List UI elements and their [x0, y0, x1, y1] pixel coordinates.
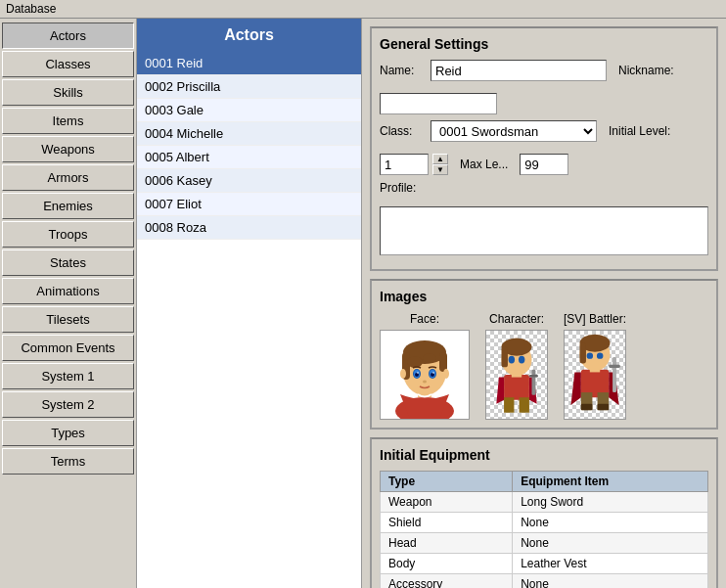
svg-rect-41 — [580, 343, 586, 364]
sidebar-item-common-events[interactable]: Common Events — [2, 335, 134, 361]
initial-level-up-btn[interactable]: ▲ — [432, 154, 448, 164]
svg-point-15 — [417, 372, 419, 374]
actor-item-0008[interactable]: 0008 Roza — [137, 216, 361, 240]
sidebar-item-types[interactable]: Types — [2, 420, 134, 446]
equip-item-head: None — [513, 533, 708, 554]
character-image-box[interactable] — [485, 330, 548, 420]
svg-point-8 — [423, 353, 436, 363]
face-image-box[interactable] — [380, 330, 470, 420]
actor-list-panel: Actors 0001 Reid0002 Priscilla0003 Gale0… — [137, 19, 362, 588]
character-label: Character: — [489, 312, 544, 326]
sidebar-item-terms[interactable]: Terms — [2, 448, 134, 475]
images-section: Images Face: — [370, 279, 718, 430]
actor-item-0006[interactable]: 0006 Kasey — [137, 169, 361, 193]
face-image-item: Face: — [380, 312, 470, 420]
class-select[interactable]: 0001 Swordsman — [431, 120, 597, 142]
equip-type-accessory: Accessory — [381, 574, 513, 589]
equip-item-body: Leather Vest — [513, 554, 708, 574]
sidebar-item-tilesets[interactable]: Tilesets — [2, 306, 134, 333]
svg-rect-31 — [529, 375, 538, 378]
sidebar-item-items[interactable]: Items — [2, 108, 134, 134]
svg-point-28 — [509, 356, 515, 364]
equip-row-head[interactable]: HeadNone — [381, 533, 708, 554]
svg-rect-45 — [609, 365, 620, 368]
equip-type-head: Head — [381, 533, 513, 554]
svg-point-18 — [400, 369, 406, 379]
initial-level-group: ▲ ▼ — [380, 154, 448, 175]
svg-point-29 — [519, 356, 524, 364]
face-label: Face: — [410, 312, 439, 326]
profile-label: Profile: — [380, 181, 419, 195]
actor-item-0002[interactable]: 0002 Priscilla — [137, 75, 361, 99]
class-row: Class: 0001 Swordsman Initial Level: ▲ ▼… — [380, 120, 708, 175]
class-label: Class: — [380, 124, 419, 138]
svg-rect-44 — [613, 357, 616, 392]
equipment-tbody: WeaponLong SwordShieldNoneHeadNoneBodyLe… — [381, 492, 708, 589]
svg-point-17 — [423, 381, 427, 384]
actor-item-0005[interactable]: 0005 Albert — [137, 146, 361, 169]
equip-item-accessory: None — [513, 574, 708, 589]
equip-type-weapon: Weapon — [381, 492, 513, 513]
sidebar-item-enemies[interactable]: Enemies — [2, 193, 134, 219]
sidebar-item-system1[interactable]: System 1 — [2, 363, 134, 389]
equip-row-body[interactable]: BodyLeather Vest — [381, 554, 708, 574]
actor-list: 0001 Reid0002 Priscilla0003 Gale0004 Mic… — [137, 52, 361, 588]
app-container: ActorsClassesSkillsItemsWeaponsArmorsEne… — [0, 19, 726, 588]
sidebar-item-troops[interactable]: Troops — [2, 221, 134, 248]
initial-level-label: Initial Level: — [609, 124, 670, 138]
sv-battler-svg — [565, 331, 625, 419]
initial-equipment-section: Initial Equipment Type Equipment Item We… — [370, 437, 718, 588]
nickname-label: Nickname: — [618, 64, 674, 77]
nickname-input[interactable] — [380, 93, 497, 114]
initial-level-down-btn[interactable]: ▼ — [432, 164, 448, 175]
svg-point-42 — [587, 352, 593, 358]
initial-level-spinners: ▲ ▼ — [432, 154, 448, 175]
sidebar-item-weapons[interactable]: Weapons — [2, 136, 134, 162]
equipment-table: Type Equipment Item WeaponLong SwordShie… — [380, 471, 708, 588]
max-level-input[interactable] — [520, 154, 568, 175]
equip-row-weapon[interactable]: WeaponLong Sword — [381, 492, 708, 513]
initial-level-input[interactable] — [380, 154, 429, 175]
equip-row-accessory[interactable]: AccessoryNone — [381, 574, 708, 589]
max-level-label: Max Le... — [460, 158, 508, 171]
sidebar-item-skills[interactable]: Skills — [2, 79, 134, 106]
svg-point-7 — [407, 356, 423, 368]
equip-col-type: Type — [381, 472, 513, 492]
general-settings-section: General Settings Name: Nickname: Class: … — [370, 26, 718, 271]
svg-rect-22 — [504, 397, 514, 413]
general-settings-title: General Settings — [380, 36, 708, 52]
right-panel: General Settings Name: Nickname: Class: … — [362, 19, 726, 588]
sv-battler-image-item: [SV] Battler: — [564, 312, 626, 420]
svg-rect-37 — [598, 404, 610, 410]
actor-item-0007[interactable]: 0007 Eliot — [137, 193, 361, 216]
equip-item-shield: None — [513, 513, 708, 533]
profile-row: Profile: — [380, 181, 708, 255]
equip-type-body: Body — [381, 554, 513, 574]
actor-item-0004[interactable]: 0004 Michelle — [137, 122, 361, 146]
equip-item-weapon: Long Sword — [513, 492, 708, 513]
equip-col-item: Equipment Item — [513, 472, 708, 492]
equip-row-shield[interactable]: ShieldNone — [381, 513, 708, 533]
svg-rect-36 — [581, 404, 593, 410]
sidebar-item-armors[interactable]: Armors — [2, 164, 134, 191]
sidebar-item-actors[interactable]: Actors — [2, 23, 134, 49]
character-image-item: Character: — [485, 312, 548, 420]
sv-battler-image-box[interactable] — [564, 330, 626, 420]
main-content: ActorsClassesSkillsItemsWeaponsArmorsEne… — [0, 19, 726, 588]
actor-item-0003[interactable]: 0003 Gale — [137, 99, 361, 122]
sidebar-item-classes[interactable]: Classes — [2, 51, 134, 77]
profile-textarea[interactable] — [380, 206, 708, 255]
name-label: Name: — [380, 64, 419, 77]
sidebar-item-states[interactable]: States — [2, 249, 134, 276]
svg-rect-27 — [502, 347, 508, 368]
title-bar: Database — [0, 0, 726, 19]
sidebar-item-animations[interactable]: Animations — [2, 278, 134, 304]
title-text: Database — [6, 2, 56, 16]
actor-item-0001[interactable]: 0001 Reid — [137, 52, 361, 75]
sidebar-item-system2[interactable]: System 2 — [2, 391, 134, 418]
name-input[interactable] — [431, 60, 607, 81]
svg-rect-21 — [504, 375, 529, 400]
svg-point-43 — [597, 352, 603, 358]
sv-battler-label: [SV] Battler: — [564, 312, 626, 326]
equip-type-shield: Shield — [381, 513, 513, 533]
